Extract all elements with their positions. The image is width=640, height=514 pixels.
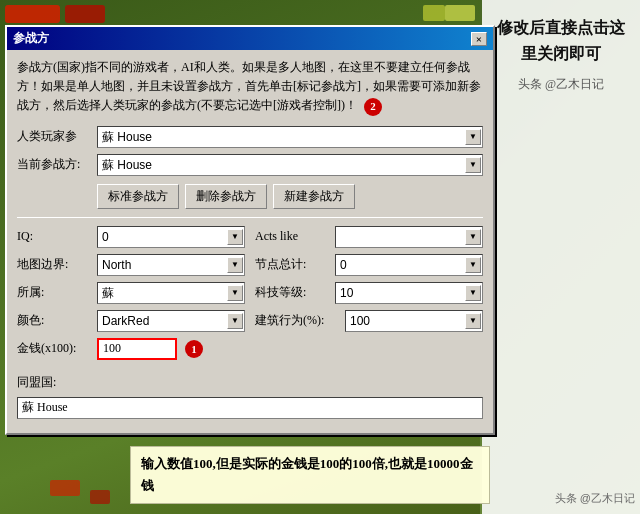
map-border-select[interactable]: NorthSouthEastWest xyxy=(97,254,245,276)
dialog-box: 参战方 × 参战方(国家)指不同的游戏者，AI和人类。如果是多人地图，在这里不要… xyxy=(5,25,495,435)
allied-nations-label: 同盟国: xyxy=(17,374,97,391)
watermark-right: 头条 @乙木日记 xyxy=(518,76,604,93)
allied-nations-row: 同盟国: xyxy=(17,374,483,391)
allied-input-wrapper[interactable] xyxy=(17,397,483,419)
building-behavior-row: 建筑行为(%): 10080 ▼ xyxy=(255,310,483,332)
tech-level-select-wrapper[interactable]: 1098 ▼ xyxy=(335,282,483,304)
dialog-content: 参战方(国家)指不同的游戏者，AI和人类。如果是多人地图，在这里不要建立任何参战… xyxy=(7,50,493,433)
acts-like-select[interactable] xyxy=(335,226,483,248)
faction-row: 所属: 蘇USA ▼ xyxy=(17,282,245,304)
color-row: 颜色: DarkRedRedBlue ▼ xyxy=(17,310,245,332)
iq-select-wrapper[interactable]: 012 ▼ xyxy=(97,226,245,248)
node-total-row: 节点总计: 01 ▼ xyxy=(255,254,483,276)
money-input[interactable] xyxy=(97,338,177,360)
right-column: Acts like ▼ 节点总计: 01 ▼ xyxy=(255,226,483,366)
money-input-group: 1 xyxy=(97,338,245,360)
acts-like-row: Acts like ▼ xyxy=(255,226,483,248)
money-annotation-text: 输入数值100,但是实际的金钱是100的100倍,也就是10000金钱 xyxy=(141,456,473,493)
human-player-select[interactable]: 蘇 House xyxy=(97,126,483,148)
money-row: 金钱(x100): 1 xyxy=(17,338,245,360)
node-total-select[interactable]: 01 xyxy=(335,254,483,276)
tech-level-label: 科技等级: xyxy=(255,284,335,301)
current-faction-select-wrapper[interactable]: 蘇 House ▼ xyxy=(97,154,483,176)
right-panel: 修改后直接点击这里关闭即可 头条 @乙木日记 xyxy=(482,0,640,514)
iq-row: IQ: 012 ▼ xyxy=(17,226,245,248)
current-faction-row: 当前参战方: 蘇 House ▼ xyxy=(17,154,483,176)
building-behavior-select[interactable]: 10080 xyxy=(345,310,483,332)
money-label: 金钱(x100): xyxy=(17,340,97,357)
acts-like-label: Acts like xyxy=(255,229,335,244)
dialog-title-bar: 参战方 × xyxy=(7,27,493,50)
close-button[interactable]: × xyxy=(471,32,487,46)
tech-level-select[interactable]: 1098 xyxy=(335,282,483,304)
map-border-select-wrapper[interactable]: NorthSouthEastWest ▼ xyxy=(97,254,245,276)
current-faction-select[interactable]: 蘇 House xyxy=(97,154,483,176)
watermark-bottom: 头条 @乙木日记 xyxy=(555,491,635,506)
current-faction-label: 当前参战方: xyxy=(17,156,97,173)
iq-select[interactable]: 012 xyxy=(97,226,245,248)
new-faction-button[interactable]: 新建参战方 xyxy=(273,184,355,209)
faction-select-wrapper[interactable]: 蘇USA ▼ xyxy=(97,282,245,304)
node-total-select-wrapper[interactable]: 01 ▼ xyxy=(335,254,483,276)
color-select-wrapper[interactable]: DarkRedRedBlue ▼ xyxy=(97,310,245,332)
node-total-label: 节点总计: xyxy=(255,256,335,273)
faction-label: 所属: xyxy=(17,284,97,301)
human-player-select-wrapper[interactable]: 蘇 House ▼ xyxy=(97,126,483,148)
building-behavior-label: 建筑行为(%): xyxy=(255,312,345,329)
map-border-row: 地图边界: NorthSouthEastWest ▼ xyxy=(17,254,245,276)
tech-level-row: 科技等级: 1098 ▼ xyxy=(255,282,483,304)
human-player-row: 人类玩家参 蘇 House ▼ xyxy=(17,126,483,148)
dialog-title: 参战方 xyxy=(13,30,49,47)
right-panel-text: 修改后直接点击这里关闭即可 xyxy=(482,15,640,66)
badge-2: 2 xyxy=(364,98,382,116)
allied-nations-input[interactable] xyxy=(17,397,483,419)
human-player-label: 人类玩家参 xyxy=(17,128,97,145)
divider xyxy=(17,217,483,218)
description-text: 参战方(国家)指不同的游戏者，AI和人类。如果是多人地图，在这里不要建立任何参战… xyxy=(17,58,483,116)
iq-label: IQ: xyxy=(17,229,97,244)
map-border-label: 地图边界: xyxy=(17,256,97,273)
left-column: IQ: 012 ▼ 地图边界: NorthSouthEastWest xyxy=(17,226,245,366)
money-annotation-box: 输入数值100,但是实际的金钱是100的100倍,也就是10000金钱 xyxy=(130,446,490,504)
color-label: 颜色: xyxy=(17,312,97,329)
standard-faction-button[interactable]: 标准参战方 xyxy=(97,184,179,209)
properties-section: IQ: 012 ▼ 地图边界: NorthSouthEastWest xyxy=(17,226,483,366)
faction-select[interactable]: 蘇USA xyxy=(97,282,245,304)
color-select[interactable]: DarkRedRedBlue xyxy=(97,310,245,332)
action-buttons-row: 标准参战方 删除参战方 新建参战方 xyxy=(97,184,483,209)
building-behavior-select-wrapper[interactable]: 10080 ▼ xyxy=(345,310,483,332)
delete-faction-button[interactable]: 删除参战方 xyxy=(185,184,267,209)
acts-like-select-wrapper[interactable]: ▼ xyxy=(335,226,483,248)
badge-1: 1 xyxy=(185,340,203,358)
